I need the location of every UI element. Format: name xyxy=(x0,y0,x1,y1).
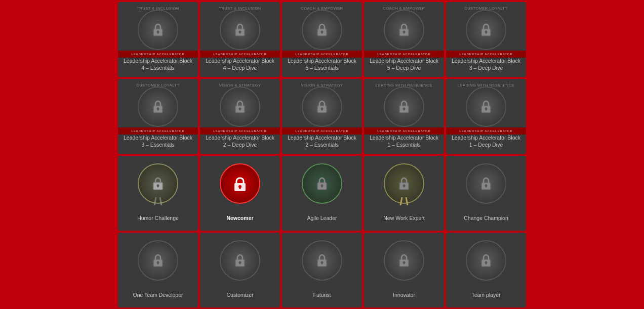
card-label: New Work Expert xyxy=(381,211,427,226)
svg-rect-2 xyxy=(157,32,158,34)
card-card-9[interactable]: LEADING WITH RESILIENCE LEADERSHIP ACCEL… xyxy=(364,79,444,154)
card-card-12[interactable]: Newcomer xyxy=(200,156,280,231)
card-card-15[interactable]: Change Champion xyxy=(446,156,526,231)
card-ribbon-text: LEADERSHIP ACCELERATOR xyxy=(459,53,513,56)
svg-rect-56 xyxy=(404,262,405,264)
card-card-14[interactable]: New Work Expert xyxy=(364,156,444,231)
card-label: One Team Developer xyxy=(131,288,185,302)
svg-rect-20 xyxy=(239,109,240,111)
svg-rect-59 xyxy=(486,262,487,264)
card-card-8[interactable]: VISION & STRATEGY LEADERSHIP ACCELERATOR… xyxy=(282,79,362,154)
svg-rect-29 xyxy=(486,109,487,111)
card-card-17[interactable]: Customizer xyxy=(200,233,280,307)
card-label: Leadership Accelerator Block3 – Essentia… xyxy=(122,135,194,149)
card-ribbon-text: LEADERSHIP ACCELERATOR xyxy=(459,129,513,133)
card-label: Team player xyxy=(469,288,502,302)
svg-rect-26 xyxy=(404,109,405,111)
badge-grid: TRUST & INCLUSION LEADERSHIP ACCELERATOR… xyxy=(115,0,529,309)
svg-rect-23 xyxy=(321,109,323,111)
card-label: Leadership Accelerator Block5 – Deep Div… xyxy=(368,58,440,72)
card-ribbon-text: LEADERSHIP ACCELERATOR xyxy=(131,129,185,133)
card-card-2[interactable]: TRUST & INCLUSION LEADERSHIP ACCELERATOR… xyxy=(200,2,280,77)
svg-rect-17 xyxy=(157,109,158,111)
svg-rect-41 xyxy=(404,186,405,188)
card-card-19[interactable]: Innovator xyxy=(364,233,444,307)
card-card-10[interactable]: LEADING WITH RESILIENCE LEADERSHIP ACCEL… xyxy=(446,79,526,154)
card-ribbon-text: LEADERSHIP ACCELERATOR xyxy=(295,53,349,56)
svg-rect-11 xyxy=(404,32,405,34)
card-card-3[interactable]: COACH & EMPOWER LEADERSHIP ACCELERATORLe… xyxy=(282,2,362,77)
card-card-4[interactable]: COACH & EMPOWER LEADERSHIP ACCELERATORLe… xyxy=(364,2,444,77)
card-label: Leadership Accelerator Block4 – Deep Div… xyxy=(204,58,276,72)
card-card-5[interactable]: CUSTOMER LOYALTY LEADERSHIP ACCELERATORL… xyxy=(446,2,526,77)
card-card-6[interactable]: CUSTOMER LOYALTY LEADERSHIP ACCELERATORL… xyxy=(118,79,198,154)
card-label: Change Champion xyxy=(462,211,510,226)
card-label: Customizer xyxy=(224,288,255,302)
card-ribbon-text: LEADERSHIP ACCELERATOR xyxy=(377,129,431,133)
card-card-18[interactable]: Futurist xyxy=(282,233,362,307)
card-card-7[interactable]: VISION & STRATEGY LEADERSHIP ACCELERATOR… xyxy=(200,79,280,154)
card-label: Humor Challenge xyxy=(135,211,181,226)
card-card-13[interactable]: Agile Leader xyxy=(282,156,362,231)
svg-rect-14 xyxy=(486,32,487,34)
svg-rect-50 xyxy=(239,262,240,264)
card-card-16[interactable]: One Team Developer xyxy=(118,233,198,307)
card-label: Leadership Accelerator Block4 – Essentia… xyxy=(122,58,194,72)
card-label: Leadership Accelerator Block5 – Essentia… xyxy=(286,58,358,72)
card-label: Newcomer xyxy=(224,211,255,226)
card-card-20[interactable]: Team player xyxy=(446,233,526,307)
svg-rect-35 xyxy=(239,187,241,189)
card-ribbon-text: LEADERSHIP ACCELERATOR xyxy=(131,53,185,56)
svg-rect-53 xyxy=(321,262,323,264)
card-ribbon-text: LEADERSHIP ACCELERATOR xyxy=(377,53,431,56)
card-label: Leadership Accelerator Block2 – Essentia… xyxy=(286,135,358,149)
card-label: Futurist xyxy=(311,288,333,302)
svg-rect-44 xyxy=(486,186,487,188)
card-ribbon-text: LEADERSHIP ACCELERATOR xyxy=(213,53,267,56)
card-ribbon-text: LEADERSHIP ACCELERATOR xyxy=(213,129,267,133)
card-label: Agile Leader xyxy=(305,211,339,226)
card-card-11[interactable]: Humor Challenge xyxy=(118,156,198,231)
card-label: Innovator xyxy=(391,288,417,302)
svg-rect-32 xyxy=(157,186,158,188)
svg-rect-38 xyxy=(321,186,323,188)
svg-rect-47 xyxy=(157,262,158,264)
card-label: Leadership Accelerator Block2 – Deep Div… xyxy=(204,135,276,149)
card-label: Leadership Accelerator Block3 – Deep Div… xyxy=(450,58,522,72)
card-label: Leadership Accelerator Block1 – Essentia… xyxy=(368,135,440,149)
card-ribbon-text: LEADERSHIP ACCELERATOR xyxy=(295,129,349,133)
card-label: Leadership Accelerator Block1 – Deep Div… xyxy=(450,135,522,149)
svg-rect-8 xyxy=(321,32,323,34)
svg-rect-5 xyxy=(239,32,240,34)
card-card-1[interactable]: TRUST & INCLUSION LEADERSHIP ACCELERATOR… xyxy=(118,2,198,77)
